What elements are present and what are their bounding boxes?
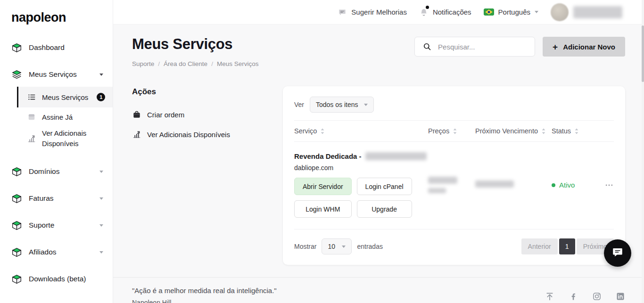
- social-links: [545, 292, 625, 301]
- sort-icon: [320, 128, 325, 135]
- topbar: Sugerir Melhorias Notificações Português: [113, 0, 644, 25]
- breadcrumb-item[interactable]: Suporte: [132, 60, 154, 67]
- chevron-down-icon: [99, 251, 103, 254]
- sidebar-item-downloads[interactable]: Downloads (beta): [0, 269, 113, 289]
- view-addons-label: Ver Adicionais Disponíveis: [147, 131, 230, 139]
- table-header: Serviço Preços Próximo Vencimento S: [294, 120, 614, 142]
- add-new-button[interactable]: + Adicionar Novo: [543, 37, 625, 57]
- login-cpanel-button[interactable]: Login cPanel: [357, 178, 412, 195]
- service-domain: dabliope.com: [294, 164, 428, 172]
- actions-title: Ações: [132, 87, 283, 97]
- chat-widget-button[interactable]: [604, 239, 631, 267]
- upgrade-button[interactable]: Upgrade: [357, 200, 412, 218]
- sidebar-subitem-assine-ja[interactable]: Assine Já: [0, 107, 113, 126]
- domains-icon: [11, 166, 22, 177]
- page-number-button[interactable]: 1: [559, 238, 575, 254]
- create-order-link[interactable]: Criar ordem: [132, 110, 283, 119]
- breadcrumb-separator: /: [211, 60, 213, 67]
- sidebar-subitem-label: Ver AdicionaisDisponíveis: [42, 128, 86, 149]
- service-name: Revenda Dedicada -: [294, 152, 428, 160]
- table-footer: Mostrar 10 entradas Anterior 1 Próximo: [294, 229, 614, 254]
- avatar: [551, 3, 569, 21]
- sort-icon: [541, 128, 546, 135]
- column-vencimento[interactable]: Próximo Vencimento: [475, 127, 552, 135]
- breadcrumb: Suporte / Área do Cliente / Meus Serviço…: [132, 60, 258, 67]
- sidebar-subitem-label: Assine Já: [42, 113, 73, 121]
- affiliates-icon: [11, 247, 22, 258]
- page-header: Meus Serviços Suporte / Área do Cliente …: [132, 36, 625, 67]
- redacted-service-id: [365, 152, 427, 160]
- support-icon: [11, 220, 22, 231]
- sidebar-subitem-label: Meus Serviços: [42, 93, 88, 101]
- brand-logo[interactable]: napoleon: [0, 8, 113, 37]
- column-status[interactable]: Status: [552, 127, 595, 135]
- back-to-top-icon[interactable]: [545, 292, 554, 301]
- chevron-down-icon: [99, 197, 103, 200]
- downloads-icon: [11, 274, 22, 285]
- sidebar-item-label: Meus Serviços: [29, 70, 93, 79]
- redacted-billing-cycle: [428, 188, 446, 193]
- sidebar-item-afiliados[interactable]: Afiliados: [0, 242, 113, 262]
- redacted-username: [573, 6, 622, 18]
- scrollbar-thumb[interactable]: [642, 25, 644, 82]
- sidebar-item-label: Suporte: [29, 221, 93, 229]
- sidebar-item-label: Downloads (beta): [29, 275, 103, 283]
- notifications-label: Notificações: [433, 8, 471, 16]
- sidebar-subitem-meus-servicos[interactable]: Meus Serviços 1: [17, 87, 113, 107]
- breadcrumb-item-current: Meus Serviços: [217, 60, 259, 67]
- chevron-down-icon: [99, 224, 103, 227]
- sidebar-item-suporte[interactable]: Suporte: [0, 215, 113, 236]
- suggest-improvements-label: Sugerir Melhorias: [351, 8, 407, 16]
- pagination: Anterior 1 Próximo: [521, 238, 614, 254]
- search-icon: [422, 42, 432, 51]
- create-order-label: Criar ordem: [147, 111, 184, 119]
- prev-page-button[interactable]: Anterior: [521, 238, 558, 254]
- search-box: [414, 37, 535, 57]
- notifications-button[interactable]: Notificações: [419, 8, 471, 17]
- footer-quote-author: Napoleon Hill: [132, 299, 277, 303]
- price-cell: [428, 177, 475, 193]
- linkedin-icon[interactable]: [616, 292, 625, 301]
- chat-bubble-icon: [611, 246, 624, 260]
- chat-square-icon: [338, 8, 347, 17]
- sidebar-submenu-services: Meus Serviços 1 Assine Já Ver Adicionais…: [0, 87, 113, 151]
- service-actions: Abrir Servidor Login cPanel Login WHM Up…: [294, 178, 428, 218]
- view-addons-link[interactable]: Ver Adicionais Disponíveis: [132, 130, 283, 139]
- sort-icon: [574, 128, 579, 135]
- open-server-button[interactable]: Abrir Servidor: [294, 178, 352, 195]
- column-precos[interactable]: Preços: [428, 127, 475, 135]
- dashboard-icon: [11, 42, 22, 53]
- filter-select[interactable]: Todos os itens: [310, 97, 374, 113]
- list-icon: [27, 92, 36, 102]
- addons-icon: [27, 134, 36, 143]
- sidebar-item-faturas[interactable]: Faturas: [0, 188, 113, 209]
- suggest-improvements-button[interactable]: Sugerir Melhorias: [338, 8, 407, 17]
- user-menu[interactable]: [551, 3, 622, 21]
- entries-label: entradas: [357, 243, 382, 250]
- redacted-price: [428, 177, 457, 184]
- scrollbar-track[interactable]: [642, 0, 644, 303]
- sidebar-item-meus-servicos[interactable]: Meus Serviços: [0, 64, 113, 85]
- chevron-down-icon: [535, 11, 538, 13]
- search-input[interactable]: [438, 43, 527, 51]
- breadcrumb-item[interactable]: Área do Cliente: [164, 60, 207, 67]
- app-root: napoleon Dashboard Meus Serviços Meus Se…: [0, 0, 644, 303]
- sidebar-item-dominios[interactable]: Domínios: [0, 161, 113, 182]
- sidebar-subitem-ver-adicionais[interactable]: Ver AdicionaisDisponíveis: [0, 126, 113, 151]
- column-servico[interactable]: Serviço: [294, 127, 428, 135]
- sidebar-item-dashboard[interactable]: Dashboard: [0, 37, 113, 58]
- language-selector[interactable]: Português: [484, 8, 538, 16]
- sidebar-item-label: Dashboard: [29, 43, 103, 52]
- instagram-icon[interactable]: [592, 292, 602, 301]
- row-menu-button[interactable]: [595, 180, 614, 190]
- footer-quote: "Ação é a melhor medida real da inteligê…: [132, 287, 277, 295]
- page-size-select[interactable]: 10: [322, 238, 352, 254]
- chevron-down-icon: [342, 246, 346, 248]
- ellipsis-icon: [604, 180, 614, 190]
- actions-panel: Ações Criar ordem Ver Adicionais Disponí…: [132, 86, 283, 149]
- notification-dot: [426, 6, 429, 9]
- facebook-icon[interactable]: [569, 292, 578, 301]
- status-cell: Ativo: [552, 181, 595, 189]
- login-whm-button[interactable]: Login WHM: [294, 200, 352, 218]
- sidebar-item-label: Domínios: [29, 167, 93, 176]
